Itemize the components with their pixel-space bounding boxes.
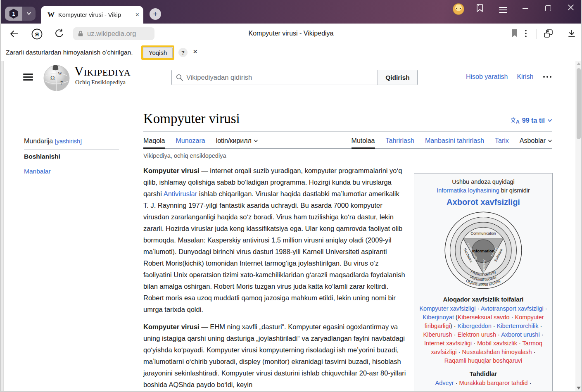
threat-links: Adveyr · Murakkab barqaror tahdid · [419, 379, 547, 387]
account-more-icon[interactable] [543, 76, 551, 78]
browser-menu-icon[interactable] [499, 5, 507, 8]
infobox-link[interactable]: Mobil xavfsizlik [477, 340, 517, 347]
side-panels-icon[interactable] [543, 29, 553, 39]
create-account-link[interactable]: Hisob yaratish [466, 73, 508, 81]
infobox-diagram-image[interactable]: Organizational security Personal securit… [443, 210, 524, 291]
infobox-link[interactable]: Nusxalashdan himoyalash [462, 349, 532, 355]
chevron-down-icon [548, 140, 552, 143]
tab-asboblar[interactable]: Asboblar [520, 137, 552, 148]
link-separator: · [472, 340, 477, 347]
toc-divider [24, 149, 119, 150]
language-count: 99 ta til [522, 117, 545, 124]
infobox-link[interactable]: Internet xavfsizligi [424, 340, 472, 347]
toc-title: Mundarija [24, 138, 53, 145]
tab-tahrirlash[interactable]: Tahrirlash [386, 137, 414, 148]
wikipedia-globe-logo[interactable]: Ω W 7 [42, 63, 71, 92]
scrollbar-thumb[interactable] [577, 68, 581, 139]
link-separator: · [452, 331, 458, 338]
tab-tarix[interactable]: Tarix [495, 137, 509, 148]
infobox-intro-line2: Informatika loyihasining bir qismidir [419, 186, 547, 195]
enable-protection-button[interactable]: Yoqish [143, 47, 173, 58]
downloads-icon[interactable] [567, 29, 577, 39]
scroll-down-arrow[interactable] [577, 387, 581, 390]
account-links: Hisob yaratish Kirish [466, 73, 551, 81]
browser-tab[interactable]: W Kompyuter virusi - Vikip × [41, 6, 143, 24]
svg-text:A: A [516, 119, 520, 124]
login-link[interactable]: Kirish [517, 73, 533, 81]
tab-mutolaa[interactable]: Mutolaa [352, 137, 375, 148]
related-heading: Aloqador xavfsizlik toifalari [419, 295, 547, 304]
infobox-intro-rest: bir qismidir [499, 187, 530, 194]
informatika-project-link[interactable]: Informatika loyihasining [437, 187, 499, 194]
p1-text-b: ishlab chiqarilgan. Viruslar haqida dast… [143, 190, 405, 313]
minimize-button[interactable] [523, 3, 528, 9]
infobox-link[interactable]: Axborot urushi [501, 331, 540, 338]
infobox-link[interactable]: Elektron urush [458, 331, 496, 338]
infobox-link[interactable]: Kiberurush [423, 331, 452, 338]
toc-item-manbalar[interactable]: Manbalar [24, 168, 51, 175]
browser-titlebar: 1 W Kompyuter virusi - Vikip × + [0, 0, 582, 24]
wiki-wordmark[interactable]: Vikipediya [74, 64, 131, 78]
maximize-button[interactable] [545, 3, 551, 11]
tab-close-icon[interactable]: × [135, 12, 139, 18]
page-viewport: Ω W 7 Vikipediya Ochiq Ensiklopediya Qid… [0, 61, 582, 392]
label-information: Information [472, 249, 494, 253]
bookmark-icon[interactable] [511, 29, 518, 38]
toc-hide-link[interactable]: [yashirish] [55, 138, 82, 145]
link-separator: · [544, 305, 547, 312]
tab-munozara[interactable]: Munozara [176, 137, 205, 148]
banner-message: Zararli dasturlardan himoyalanish oʻchir… [6, 45, 133, 60]
window-page-title: Kompyuter virusi - Vikipediya [0, 30, 582, 37]
infobox-link[interactable]: Raqamli huquqlar boshqaruvi [444, 357, 523, 364]
infobox-intro-line1: Ushbu andoza quyidagi [419, 178, 547, 186]
help-icon[interactable]: ? [178, 48, 188, 57]
tab-variant-selector[interactable]: lotin/кирилл [216, 137, 258, 148]
infobox-link[interactable]: Adveyr [435, 380, 454, 386]
article-title: Kompyuter virusi [143, 111, 240, 126]
lead-term-2: Kompyuter virusi [143, 323, 200, 330]
infobox-title[interactable]: Axborot xavfsizligi [419, 197, 547, 207]
tutorial-highlight: Yoqish [141, 45, 174, 60]
related-links: Kompyuter xavfsizligi · Avtotransport xa… [419, 304, 547, 365]
infobox-link[interactable]: Kibergeddon [458, 323, 492, 329]
article-tabs: Maqola Munozara lotin/кирилл Mutolaa Tah… [143, 133, 552, 149]
page-menu-icon[interactable] [525, 29, 527, 38]
chevron-down-icon [547, 119, 552, 122]
infobox-link[interactable]: Kiberterrorchilik [497, 323, 539, 329]
page-scrollbar[interactable] [575, 61, 582, 392]
security-infobox: Ushbu andoza quyidagi Informatika loyiha… [414, 173, 553, 392]
tab-group-badge: 1 [5, 7, 22, 21]
tab-group-count: 1 [9, 9, 19, 19]
tab-maqola[interactable]: Maqola [143, 137, 165, 148]
language-selector[interactable]: A 99 ta til [511, 117, 552, 124]
profile-avatar[interactable] [453, 3, 464, 15]
paragraph-1: Kompyuter virusi — internet orqali suzib… [143, 165, 406, 315]
tab-group-chevron[interactable] [22, 7, 36, 21]
infobox-link[interactable]: Murakkab barqaror tahdid [459, 380, 528, 386]
wiki-search-box: Qidirish [171, 70, 418, 85]
infobox-link[interactable]: Kiberjinoyat [423, 314, 454, 321]
tab-group-button[interactable]: 1 [5, 7, 36, 21]
scroll-up-arrow[interactable] [577, 62, 581, 65]
new-tab-button[interactable]: + [150, 8, 161, 20]
collections-icon[interactable] [475, 3, 485, 13]
wiki-menu-icon[interactable] [23, 74, 33, 75]
link-separator: · [540, 331, 544, 338]
banner-close-icon[interactable]: × [193, 47, 197, 56]
antiviruslar-link[interactable]: Antiviruslar [164, 190, 197, 197]
search-button[interactable]: Qidirish [378, 70, 417, 85]
svg-text:7: 7 [60, 80, 63, 86]
infobox-link[interactable]: Kiberseksual savdo [458, 314, 510, 321]
infobox-link[interactable]: Kompyuter xavfsizligi [419, 305, 475, 312]
close-window-button[interactable] [568, 4, 574, 11]
svg-text:W: W [58, 71, 62, 76]
search-input[interactable] [183, 70, 378, 85]
infobox-link[interactable]: Avtotransport xavfsizligi [481, 305, 544, 312]
lead-term: Kompyuter virusi [143, 167, 200, 174]
link-separator: · [457, 349, 462, 355]
toc-header: Mundarija [yashirish] [24, 138, 82, 145]
toc-item-boshlanishi[interactable]: Boshlanishi [24, 153, 60, 160]
label-communication: Communication [471, 231, 496, 235]
tab-manbasini-tahrirlash[interactable]: Manbasini tahrirlash [425, 137, 484, 148]
link-separator: ( [454, 314, 458, 321]
